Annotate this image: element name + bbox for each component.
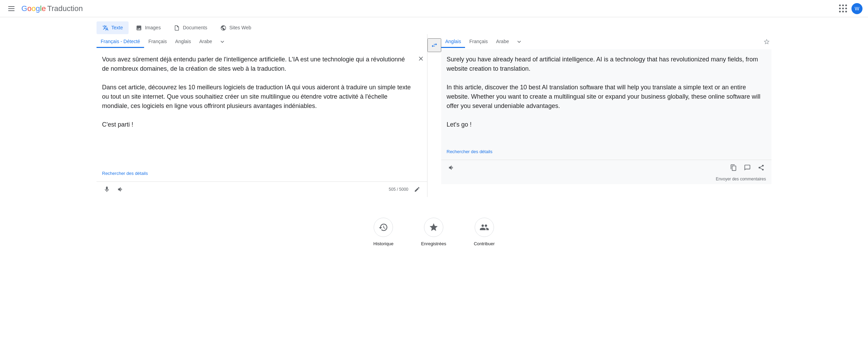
source-lang-detected[interactable]: Français - Détecté bbox=[97, 36, 144, 48]
bottom-section: Historique Enregistrées Contribuer bbox=[0, 197, 868, 260]
source-lang-arabe[interactable]: Arabe bbox=[195, 36, 216, 48]
edit-icon[interactable] bbox=[413, 185, 422, 194]
target-lang-arabe[interactable]: Arabe bbox=[492, 36, 513, 48]
source-language-bar: Français - Détecté Français Anglais Arab… bbox=[97, 34, 427, 49]
saved-item[interactable]: Enregistrées bbox=[421, 218, 446, 246]
target-action-icons bbox=[729, 163, 766, 172]
source-footer-icons bbox=[102, 185, 125, 194]
source-panel: Français - Détecté Français Anglais Arab… bbox=[97, 34, 427, 197]
header: Google Traduction W bbox=[0, 0, 868, 17]
source-search-details-link[interactable]: Rechercher des détails bbox=[102, 171, 148, 176]
source-lang-more-icon[interactable] bbox=[216, 36, 229, 48]
apps-grid-icon[interactable] bbox=[839, 4, 847, 13]
target-footer-icons bbox=[447, 163, 456, 172]
logo: Google Traduction bbox=[21, 4, 83, 13]
app-name-label: Traduction bbox=[47, 4, 83, 13]
target-search-details: Rechercher des détails bbox=[441, 146, 772, 160]
contribute-icon-circle bbox=[475, 218, 494, 237]
history-icon-circle bbox=[374, 218, 393, 237]
saved-icon-circle bbox=[424, 218, 443, 237]
translated-text: Surely you have already heard of artific… bbox=[447, 55, 766, 129]
clear-source-button[interactable] bbox=[417, 55, 424, 62]
avatar[interactable]: W bbox=[851, 3, 862, 14]
share-button[interactable] bbox=[756, 163, 766, 172]
document-icon bbox=[174, 24, 180, 31]
history-item[interactable]: Historique bbox=[373, 218, 394, 246]
main-content: Français - Détecté Français Anglais Arab… bbox=[0, 34, 868, 197]
target-lang-more-icon[interactable] bbox=[513, 36, 525, 48]
target-lang-anglais[interactable]: Anglais bbox=[441, 36, 465, 48]
history-label: Historique bbox=[373, 241, 394, 246]
target-language-bar: Anglais Français Arabe bbox=[441, 34, 772, 49]
feedback-label: Envoyer des commentaires bbox=[441, 175, 772, 184]
tab-sites-web[interactable]: Sites Web bbox=[214, 21, 257, 34]
tab-documents[interactable]: Documents bbox=[168, 21, 213, 34]
google-wordmark: Google bbox=[21, 4, 46, 13]
translation-container: Français - Détecté Français Anglais Arab… bbox=[97, 34, 771, 197]
source-volume-button[interactable] bbox=[116, 185, 125, 194]
tab-texte-label: Texte bbox=[111, 25, 123, 30]
feedback-translate-button[interactable] bbox=[743, 163, 752, 172]
saved-label: Enregistrées bbox=[421, 241, 446, 246]
image-icon bbox=[136, 24, 142, 31]
target-volume-button[interactable] bbox=[447, 163, 456, 172]
contribute-item[interactable]: Contribuer bbox=[474, 218, 495, 246]
header-left: Google Traduction bbox=[6, 3, 83, 14]
tab-documents-label: Documents bbox=[183, 25, 207, 30]
source-lang-anglais[interactable]: Anglais bbox=[171, 36, 195, 48]
favorite-button[interactable] bbox=[762, 37, 771, 47]
translate-icon bbox=[102, 24, 109, 31]
source-footer: 505 / 5000 bbox=[97, 181, 427, 197]
header-right: W bbox=[839, 3, 862, 14]
source-search-details: Rechercher des détails bbox=[97, 168, 427, 181]
contribute-label: Contribuer bbox=[474, 241, 495, 246]
source-mic-button[interactable] bbox=[102, 185, 112, 194]
tab-texte[interactable]: Texte bbox=[97, 21, 129, 34]
target-lang-francais[interactable]: Français bbox=[465, 36, 492, 48]
tab-bar: Texte Images Documents Sites Web bbox=[0, 17, 868, 34]
globe-icon bbox=[220, 24, 226, 31]
target-footer bbox=[441, 160, 772, 175]
target-text-area: Surely you have already heard of artific… bbox=[441, 49, 772, 146]
tab-sites-web-label: Sites Web bbox=[229, 25, 251, 30]
target-search-details-link[interactable]: Rechercher des détails bbox=[447, 149, 493, 154]
source-text-area: Vous avez sûrement déjà entendu parler d… bbox=[97, 49, 427, 168]
source-textarea[interactable]: Vous avez sûrement déjà entendu parler d… bbox=[102, 55, 411, 167]
source-lang-francais[interactable]: Français bbox=[144, 36, 171, 48]
tab-images[interactable]: Images bbox=[130, 21, 166, 34]
tab-images-label: Images bbox=[145, 25, 161, 30]
copy-button[interactable] bbox=[729, 163, 738, 172]
hamburger-menu[interactable] bbox=[6, 3, 17, 14]
swap-languages-button[interactable] bbox=[427, 38, 441, 52]
char-count: 505 / 5000 bbox=[389, 187, 408, 192]
target-panel: Anglais Français Arabe Surely you have a… bbox=[441, 34, 772, 197]
